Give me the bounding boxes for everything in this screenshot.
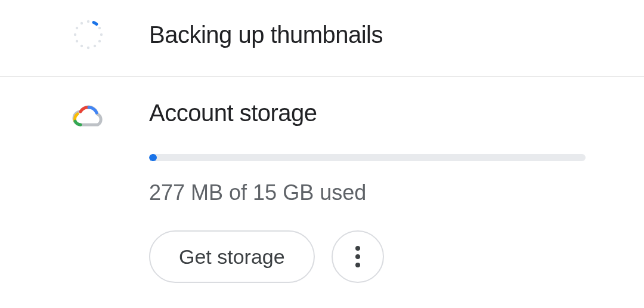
svg-point-8 <box>76 40 78 42</box>
storage-body: Account storage 277 MB of 15 GB used Get… <box>149 100 644 283</box>
svg-point-11 <box>80 22 83 24</box>
backup-status-text: Backing up thumbnails <box>149 21 383 48</box>
svg-point-10 <box>76 27 78 29</box>
svg-point-4 <box>98 40 101 42</box>
cloud-storage-icon <box>72 100 105 133</box>
svg-point-9 <box>74 33 76 36</box>
svg-point-13 <box>355 254 360 259</box>
svg-point-0 <box>87 20 89 23</box>
storage-progress-bar <box>149 154 586 161</box>
account-storage-section: Account storage 277 MB of 15 GB used Get… <box>0 77 644 283</box>
storage-title: Account storage <box>149 100 586 127</box>
more-options-button[interactable] <box>332 230 384 283</box>
loading-spinner-icon <box>72 18 105 51</box>
storage-usage-text: 277 MB of 15 GB used <box>149 180 586 205</box>
storage-actions: Get storage <box>149 230 586 283</box>
backup-status-row: Backing up thumbnails <box>0 0 644 76</box>
svg-point-6 <box>87 47 89 49</box>
svg-point-12 <box>355 246 360 251</box>
svg-point-3 <box>100 33 103 36</box>
more-vertical-icon <box>355 245 360 269</box>
storage-progress-fill <box>149 154 157 161</box>
get-storage-button[interactable]: Get storage <box>149 230 315 283</box>
get-storage-button-label: Get storage <box>179 245 285 269</box>
svg-point-7 <box>80 45 83 47</box>
svg-point-5 <box>94 45 96 47</box>
svg-point-14 <box>355 263 360 267</box>
svg-point-2 <box>98 27 101 29</box>
